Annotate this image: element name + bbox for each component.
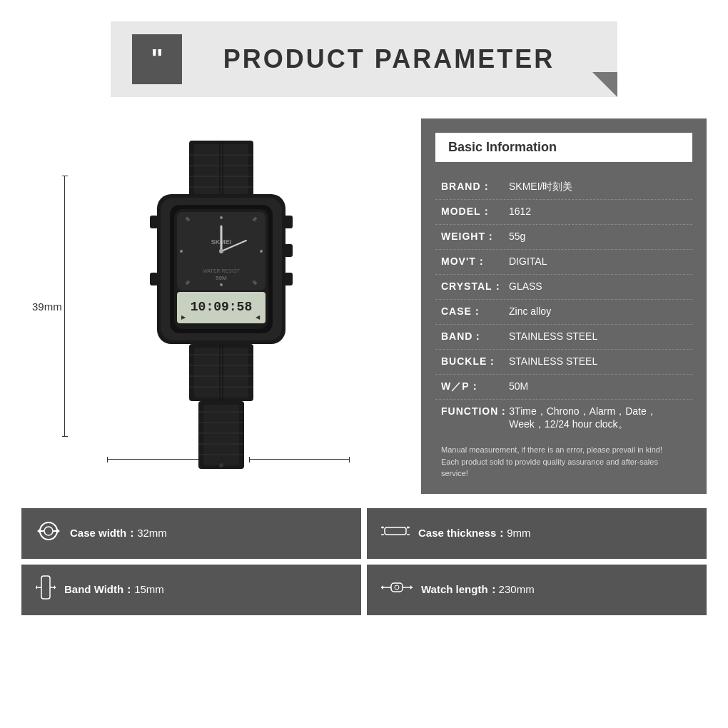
svg-point-51	[219, 463, 223, 467]
case-width-label: Case width：32mm	[70, 527, 167, 540]
watch-length-label: Watch length：230mm	[421, 583, 535, 597]
svg-rect-10	[284, 216, 293, 228]
svg-text:WATER RESIST: WATER RESIST	[203, 268, 240, 273]
watch-area: 39mm	[21, 118, 421, 494]
basic-info-title: Basic Information	[448, 140, 557, 154]
spec-label: CRYSTAL：	[441, 280, 509, 293]
main-content: 39mm	[21, 118, 707, 494]
band-width-icon	[36, 575, 56, 605]
svg-marker-68	[36, 585, 37, 590]
svg-rect-11	[284, 244, 293, 257]
spec-label: WEIGHT：	[441, 231, 509, 243]
band-width-metric: Band Width：15mm	[21, 565, 361, 615]
metrics-row-2: Band Width：15mm Watch length：230mm	[21, 559, 707, 615]
spec-row: MOV'T：DIGITAL	[435, 250, 692, 275]
svg-marker-56	[37, 529, 40, 533]
svg-marker-69	[54, 585, 56, 590]
svg-text:10:09:58: 10:09:58	[191, 300, 252, 314]
watch-length-icon	[381, 577, 413, 602]
svg-rect-65	[41, 576, 50, 599]
svg-marker-64	[408, 526, 410, 529]
page-title: PRODUCT PARAMETER	[182, 44, 596, 74]
spec-value: 3Time，Chrono，Alarm，Date，Week，12/24 hour …	[509, 405, 687, 431]
svg-rect-58	[385, 527, 406, 535]
spec-label: W／P：	[441, 380, 509, 393]
svg-point-18	[220, 216, 223, 219]
corner-triangle	[592, 72, 617, 97]
spec-rows: BRAND：SKMEI/时刻美MODEL：1612WEIGHT：55gMOV'T…	[435, 175, 692, 437]
spec-value: 55g	[509, 231, 687, 242]
svg-point-19	[260, 250, 263, 253]
case-thickness-label: Case thickness：9mm	[418, 527, 531, 540]
svg-text:50M: 50M	[216, 275, 227, 281]
spec-value: STAINLESS STEEL	[509, 330, 687, 342]
height-dimension: 39mm	[64, 176, 65, 437]
watch-image: SKMEI WATER RESIST 50M 10:09:58 ▶ ◀	[114, 141, 328, 472]
product-header: " PRODUCT PARAMETER	[111, 21, 617, 97]
watch-length-metric: Watch length：230mm	[367, 565, 707, 615]
svg-rect-70	[391, 583, 403, 592]
spec-value: 50M	[509, 380, 687, 392]
spec-label: BAND：	[441, 330, 509, 343]
spec-row: W／P：50M	[435, 375, 692, 400]
spec-value: DIGITAL	[509, 256, 687, 267]
case-width-icon	[36, 518, 61, 549]
spec-row: BAND：STAINLESS STEEL	[435, 325, 692, 350]
spec-row: BUCKLE：STAINLESS STEEL	[435, 350, 692, 375]
svg-point-29	[219, 249, 223, 253]
metrics-row-1: Case width：32mm Case thickness：9mm	[21, 502, 707, 559]
svg-rect-45	[203, 405, 239, 465]
svg-text:◀: ◀	[256, 314, 261, 320]
spec-label: BRAND：	[441, 181, 509, 193]
spec-label: MODEL：	[441, 206, 509, 218]
svg-point-20	[220, 283, 223, 286]
spec-value: GLASS	[509, 280, 687, 292]
case-thickness-metric: Case thickness：9mm	[367, 508, 707, 559]
spec-label: CASE：	[441, 305, 509, 318]
spec-value: Zinc alloy	[509, 305, 687, 317]
spec-label: BUCKLE：	[441, 355, 509, 368]
spec-value: 1612	[509, 206, 687, 217]
svg-rect-14	[150, 273, 158, 285]
height-line	[64, 176, 65, 437]
basic-info-header: Basic Information	[435, 133, 692, 162]
spec-row: CRYSTAL：GLASS	[435, 275, 692, 300]
spec-row: CASE：Zinc alloy	[435, 300, 692, 325]
case-width-metric: Case width：32mm	[21, 508, 361, 559]
height-label: 39mm	[32, 300, 62, 312]
svg-marker-75	[410, 585, 413, 590]
svg-rect-13	[150, 216, 158, 228]
spec-row: WEIGHT：55g	[435, 225, 692, 250]
svg-marker-63	[381, 526, 383, 529]
svg-point-21	[180, 250, 183, 253]
specs-panel: Basic Information BRAND：SKMEI/时刻美MODEL：1…	[421, 118, 707, 494]
svg-point-53	[44, 527, 53, 535]
case-thickness-icon	[381, 520, 410, 547]
spec-note: Manual measurement, if there is an error…	[435, 444, 692, 480]
spec-label: MOV'T：	[441, 256, 509, 268]
svg-marker-74	[381, 585, 383, 590]
svg-rect-12	[284, 273, 293, 285]
band-width-label: Band Width：15mm	[64, 583, 164, 597]
spec-row: MODEL：1612	[435, 200, 692, 225]
spec-row: BRAND：SKMEI/时刻美	[435, 175, 692, 200]
quote-icon: "	[132, 34, 182, 84]
svg-marker-57	[57, 529, 60, 533]
spec-value: SKMEI/时刻美	[509, 181, 687, 193]
svg-point-71	[395, 585, 399, 590]
spec-row: FUNCTION：3Time，Chrono，Alarm，Date，Week，12…	[435, 400, 692, 437]
svg-text:▶: ▶	[181, 314, 186, 320]
spec-label: FUNCTION：	[441, 405, 509, 418]
spec-value: STAINLESS STEEL	[509, 355, 687, 367]
